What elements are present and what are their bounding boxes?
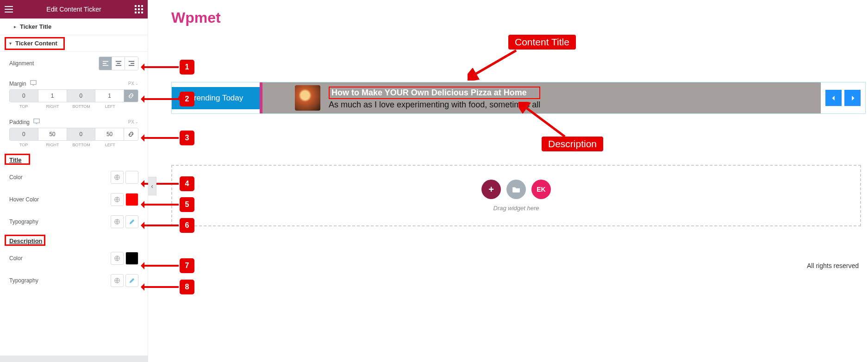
panel-body: ▸ Ticker Title ▾ Ticker Content Alignmen… — [0, 19, 148, 292]
ticker-content-description: As much as I love experimenting with foo… — [329, 100, 540, 110]
section-ticker-content[interactable]: ▾ Ticker Content — [0, 35, 148, 52]
ticker-next-button[interactable] — [844, 90, 861, 106]
svg-rect-7 — [131, 63, 134, 64]
svg-rect-10 — [32, 85, 34, 85]
padding-inputs: TOPRIGHTBOTTOMLEFT — [0, 128, 148, 152]
label-alignment: Alignment — [9, 60, 34, 67]
title-color-swatch[interactable] — [125, 171, 138, 184]
brand-logo: Wpmet — [171, 9, 868, 26]
sidebar-title: Edit Content Ticker — [46, 6, 101, 13]
label-margin: Margin — [9, 81, 26, 87]
control-margin-header: Margin PX⌄ — [0, 75, 148, 89]
subhead-description: Description — [0, 233, 148, 247]
add-widget-button[interactable]: + — [481, 180, 501, 199]
ticker-prev-button[interactable] — [825, 90, 842, 106]
sidebar-footer — [0, 356, 148, 362]
padding-link-toggle[interactable] — [124, 128, 138, 140]
section-label: Ticker Title — [20, 23, 51, 30]
align-right-button[interactable] — [125, 57, 138, 70]
margin-link-toggle[interactable] — [124, 90, 138, 102]
live-dot-icon — [178, 95, 185, 101]
device-desktop-icon[interactable] — [33, 118, 40, 126]
margin-bottom-input[interactable] — [67, 90, 95, 102]
padding-right-input[interactable] — [38, 128, 67, 140]
margin-inputs: TOPRIGHTBOTTOMLEFT — [0, 89, 148, 113]
elementskit-button[interactable]: EK — [531, 180, 551, 199]
global-typography-button[interactable] — [111, 274, 124, 287]
typography-edit-button[interactable] — [125, 215, 138, 228]
align-left-button[interactable] — [99, 57, 112, 70]
caret-right-icon: ▸ — [14, 24, 16, 29]
svg-rect-1 — [102, 63, 106, 64]
ticker-label: Trending Today — [172, 87, 260, 109]
margin-left-input[interactable] — [95, 90, 124, 102]
canvas: Wpmet Trending Today How to Make YOUR Ow… — [148, 0, 868, 362]
global-color-button[interactable] — [111, 252, 124, 265]
highlight-box — [5, 154, 30, 165]
alignment-group — [99, 56, 138, 70]
svg-rect-0 — [102, 61, 108, 62]
footer-text: All rights reserved — [807, 262, 859, 269]
control-title-typography: Typography — [0, 211, 148, 233]
margin-right-input[interactable] — [38, 90, 67, 102]
align-center-button[interactable] — [112, 57, 125, 70]
svg-rect-12 — [36, 123, 37, 124]
collapse-sidebar-button[interactable] — [148, 177, 156, 195]
padding-left-input[interactable] — [95, 128, 124, 140]
control-title-hover-color: Hover Color — [0, 188, 148, 211]
padding-top-input[interactable] — [10, 128, 38, 140]
ticker-body: How to Make YOUR Own Delicious Pizza at … — [262, 82, 821, 113]
unit-toggle-padding[interactable]: PX⌄ — [128, 119, 138, 125]
editor-sidebar: Edit Content Ticker ▸ Ticker Title ▾ Tic… — [0, 0, 148, 362]
sidebar-header: Edit Content Ticker — [0, 0, 148, 19]
margin-top-input[interactable] — [10, 90, 38, 102]
svg-rect-9 — [31, 81, 36, 85]
unit-toggle-margin[interactable]: PX⌄ — [128, 81, 138, 86]
padding-bottom-input[interactable] — [67, 128, 95, 140]
subhead-title: Title — [0, 152, 148, 166]
control-alignment: Alignment — [0, 52, 148, 75]
content-ticker-widget[interactable]: Trending Today How to Make YOUR Own Deli… — [171, 82, 866, 114]
control-desc-typography: Typography — [0, 269, 148, 292]
ticker-content-title[interactable]: How to Make YOUR Own Delicious Pizza at … — [329, 87, 540, 99]
global-color-button[interactable] — [111, 171, 124, 184]
svg-rect-5 — [115, 65, 121, 66]
control-padding-header: Padding PX⌄ — [0, 113, 148, 128]
highlight-box — [5, 235, 45, 246]
typography-edit-button[interactable] — [125, 274, 138, 287]
title-hover-color-swatch[interactable] — [125, 193, 138, 206]
device-desktop-icon[interactable] — [30, 80, 37, 87]
apps-icon[interactable] — [135, 5, 143, 13]
global-typography-button[interactable] — [111, 215, 124, 228]
svg-rect-6 — [129, 61, 134, 62]
menu-icon[interactable] — [5, 6, 13, 12]
ticker-text: How to Make YOUR Own Delicious Pizza at … — [329, 87, 540, 110]
svg-rect-8 — [129, 65, 134, 66]
svg-rect-4 — [117, 63, 120, 64]
control-title-color: Color — [0, 166, 148, 188]
widget-dropzone[interactable]: + EK Drag widget here — [171, 165, 861, 226]
label-padding: Padding — [9, 119, 30, 125]
section-ticker-title[interactable]: ▸ Ticker Title — [0, 19, 148, 35]
svg-rect-2 — [102, 65, 108, 66]
ticker-label-text: Trending Today — [189, 94, 243, 103]
dropzone-label: Drag widget here — [186, 205, 846, 212]
highlight-box — [5, 37, 65, 50]
ticker-nav — [821, 82, 865, 113]
svg-rect-3 — [115, 61, 121, 62]
ticker-thumbnail — [295, 85, 320, 111]
global-color-button[interactable] — [111, 193, 124, 206]
desc-color-swatch[interactable] — [125, 252, 138, 265]
control-desc-color: Color — [0, 247, 148, 269]
template-library-button[interactable] — [506, 180, 526, 199]
svg-rect-11 — [34, 119, 39, 123]
